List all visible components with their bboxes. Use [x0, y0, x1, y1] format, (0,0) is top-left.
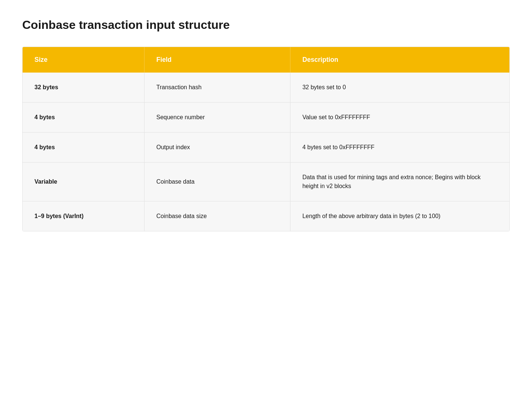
cell-size: 4 bytes — [23, 133, 144, 163]
cell-field: Coinbase data size — [144, 201, 290, 231]
coinbase-structure-table: Size Field Description 32 bytesTransacti… — [23, 47, 509, 231]
table-row: 4 bytesSequence numberValue set to 0xFFF… — [23, 103, 509, 133]
column-header-size: Size — [23, 47, 144, 73]
cell-description: Value set to 0xFFFFFFFF — [290, 103, 509, 133]
table-wrapper: Size Field Description 32 bytesTransacti… — [22, 47, 510, 231]
cell-description: 4 bytes set to 0xFFFFFFFF — [290, 133, 509, 163]
table-row: 32 bytesTransaction hash32 bytes set to … — [23, 73, 509, 103]
cell-size: 4 bytes — [23, 103, 144, 133]
page-title: Coinbase transaction input structure — [22, 18, 510, 32]
cell-size: Variable — [23, 163, 144, 201]
table-row: 1–9 bytes (VarInt)Coinbase data sizeLeng… — [23, 201, 509, 231]
cell-description: 32 bytes set to 0 — [290, 73, 509, 103]
cell-field: Coinbase data — [144, 163, 290, 201]
table-row: 4 bytesOutput index4 bytes set to 0xFFFF… — [23, 133, 509, 163]
table-header-row: Size Field Description — [23, 47, 509, 73]
cell-description: Data that is used for mining tags and ex… — [290, 163, 509, 201]
cell-description: Length of the above arbitrary data in by… — [290, 201, 509, 231]
cell-size: 32 bytes — [23, 73, 144, 103]
cell-field: Transaction hash — [144, 73, 290, 103]
cell-field: Sequence number — [144, 103, 290, 133]
table-row: VariableCoinbase dataData that is used f… — [23, 163, 509, 201]
column-header-description: Description — [290, 47, 509, 73]
column-header-field: Field — [144, 47, 290, 73]
cell-size: 1–9 bytes (VarInt) — [23, 201, 144, 231]
cell-field: Output index — [144, 133, 290, 163]
